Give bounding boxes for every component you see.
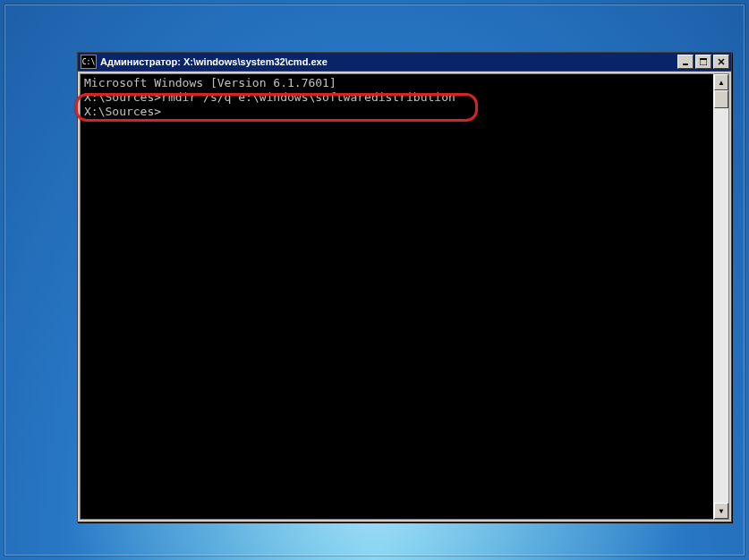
minimize-button[interactable] [677,55,694,69]
console-client-area: Microsoft Windows [Version 6.1.7601]X:\S… [78,72,731,522]
prompt: X:\Sources> [84,90,161,104]
console-line-prompt: X:\Sources> [84,105,710,119]
scroll-up-button[interactable]: ▲ [714,74,728,90]
close-button[interactable] [713,55,729,69]
cmd-window: C:\ Администратор: X:\windows\system32\c… [77,52,732,522]
window-title: Администратор: X:\windows\system32\cmd.e… [100,56,676,67]
console-line-command: X:\Sources>rmdir /s/q e:\windows\softwar… [84,90,710,105]
maximize-button[interactable] [695,55,711,69]
console-line-version: Microsoft Windows [Version 6.1.7601] [84,76,710,90]
cmd-icon: C:\ [81,55,97,69]
titlebar[interactable]: C:\ Администратор: X:\windows\system32\c… [78,53,731,72]
command-text: rmdir /s/q e:\windows\softwaredistributi… [161,90,455,104]
vertical-scrollbar[interactable]: ▲ ▼ [713,73,729,520]
svg-rect-2 [700,58,707,60]
console-output[interactable]: Microsoft Windows [Version 6.1.7601]X:\S… [80,73,713,520]
scroll-track[interactable] [714,90,728,503]
window-controls [676,55,729,69]
scroll-thumb[interactable] [714,90,728,108]
scroll-down-button[interactable]: ▼ [714,503,728,519]
svg-rect-0 [683,64,688,65]
